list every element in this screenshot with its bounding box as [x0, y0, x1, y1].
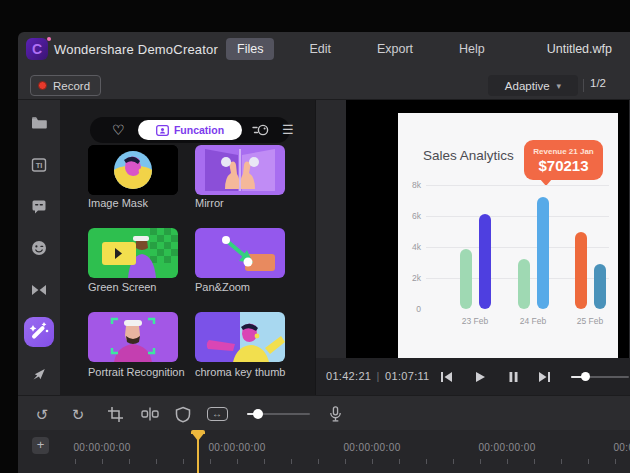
hamburger-menu-icon[interactable]: ☰ [282, 121, 294, 139]
cursor-icon [30, 365, 48, 383]
skip-forward-button[interactable] [532, 370, 556, 384]
record-label: Record [53, 80, 90, 92]
record-button[interactable]: Record [30, 75, 101, 96]
undo-icon: ↺ [36, 407, 49, 422]
ruler-tick [102, 459, 103, 464]
pause-button[interactable] [501, 370, 525, 384]
tooltip-value: $70213 [538, 157, 588, 174]
sidebar-item-captions[interactable] [18, 190, 60, 224]
timeline-timestamp: 00:00:00:00 [478, 442, 535, 453]
chart-gridline [426, 216, 609, 217]
time-separator: | [375, 370, 382, 382]
ruler-tick [372, 459, 373, 464]
tab-funcation-label: Funcation [174, 124, 224, 136]
denoise-button[interactable] [172, 404, 194, 424]
menu-export[interactable]: Export [366, 38, 424, 60]
skip-forward-icon [538, 371, 551, 383]
sidebar-item-cursor[interactable] [18, 357, 60, 391]
volume-slider-knob[interactable] [253, 409, 263, 419]
menu-edit[interactable]: Edit [298, 38, 342, 60]
effect-label: Image Mask [88, 197, 198, 209]
ruler-tick [453, 459, 454, 464]
ruler-tick [534, 459, 535, 464]
person-frame-icon [156, 125, 169, 136]
logo-letter: C [32, 42, 42, 56]
tab-funcation[interactable]: Funcation [138, 120, 242, 140]
controls-row: Record Adaptive ▾ 1/2 [18, 66, 630, 100]
ruler-tick [345, 459, 346, 464]
ruler-tick [129, 459, 130, 464]
record-dot-icon [38, 81, 47, 90]
play-button[interactable] [468, 370, 492, 384]
ruler-tick [480, 459, 481, 464]
skip-back-button[interactable] [434, 370, 458, 384]
quick-search-icon[interactable] [252, 122, 270, 142]
effect-chroma-key[interactable] [195, 312, 285, 362]
undo-button[interactable]: ↺ [31, 404, 53, 424]
preview-panel: Sales Analytics Revenue 21 Jan $70213 8k… [315, 100, 630, 358]
microphone-button[interactable] [324, 404, 346, 424]
portrait-recognition-thumbnail [88, 312, 178, 362]
split-button[interactable] [139, 404, 161, 424]
timeline[interactable]: + 00:00:00:00 00:00:00:00 00:00:00:00 00… [18, 430, 630, 473]
effect-mirror[interactable] [195, 145, 285, 195]
add-track-button[interactable]: + [32, 437, 49, 454]
tool-sidebar: TI [18, 100, 60, 395]
chroma-key-thumbnail [195, 312, 285, 362]
timeline-timestamp: 00:00:00:00 [343, 442, 400, 453]
chart-y-tick: 6k [401, 211, 421, 221]
preview-canvas: Sales Analytics Revenue 21 Jan $70213 8k… [346, 100, 629, 358]
green-screen-thumbnail [88, 228, 178, 278]
speed-button[interactable]: ↔ [206, 404, 228, 424]
app-title: Wondershare DemoCreator [54, 42, 218, 57]
skip-back-icon [440, 371, 453, 383]
effect-label: Portrait Recognition [88, 366, 198, 378]
effect-green-screen[interactable] [88, 228, 178, 278]
sidebar-item-transitions[interactable] [18, 273, 60, 307]
image-mask-thumbnail [88, 145, 178, 195]
preview-zoom-slider-knob[interactable] [581, 372, 590, 381]
ruler-tick [399, 459, 400, 464]
chart-bar [479, 214, 491, 309]
chart-title: Sales Analytics [423, 148, 514, 163]
speed-icon: ↔ [207, 407, 228, 421]
effect-pan-zoom[interactable] [195, 228, 285, 278]
chart-tooltip: Revenue 21 Jan $70213 [524, 140, 603, 180]
chart-y-tick: 8k [401, 180, 421, 190]
sidebar-item-effects[interactable] [24, 317, 54, 347]
microphone-icon [327, 405, 344, 423]
effect-portrait-recognition[interactable] [88, 312, 178, 362]
favorites-heart-icon[interactable]: ♡ [112, 121, 125, 139]
tooltip-label: Revenue 21 Jan [533, 147, 593, 156]
ruler-tick [183, 459, 184, 464]
sidebar-item-media[interactable] [18, 106, 60, 140]
document-title: Untitled.wfp [547, 42, 612, 56]
crop-icon [107, 406, 124, 423]
chart-bar [537, 197, 549, 309]
chart-y-tick: 0 [401, 304, 421, 314]
display-mode-dropdown[interactable]: Adaptive ▾ [488, 75, 578, 96]
chart-y-tick: 4k [401, 242, 421, 252]
ruler-tick [561, 459, 562, 464]
page-indicator: 1/2 [590, 77, 606, 89]
chart-gridline [426, 185, 609, 186]
chart-y-tick: 2k [401, 273, 421, 283]
svg-text:TI: TI [36, 161, 43, 170]
playhead-line[interactable] [197, 435, 199, 473]
effect-image-mask[interactable] [88, 145, 178, 195]
app-window: C Wondershare DemoCreator Files Edit Exp… [18, 32, 630, 473]
timecode: 01:42:21 | 01:07:11 [326, 370, 430, 382]
screenshot-root: C Wondershare DemoCreator Files Edit Exp… [0, 0, 630, 473]
menu-files[interactable]: Files [226, 38, 274, 60]
text-icon: TI [30, 156, 48, 174]
redo-button[interactable]: ↻ [67, 404, 89, 424]
folder-icon [30, 114, 48, 132]
sidebar-item-text[interactable]: TI [18, 148, 60, 182]
crop-button[interactable] [104, 404, 126, 424]
sidebar-item-stickers[interactable] [18, 231, 60, 265]
display-mode-value: Adaptive [505, 80, 550, 92]
ruler-tick [507, 459, 508, 464]
chart-bar [594, 264, 606, 309]
effect-label: chroma key thumb [195, 366, 305, 378]
menu-help[interactable]: Help [448, 38, 496, 60]
